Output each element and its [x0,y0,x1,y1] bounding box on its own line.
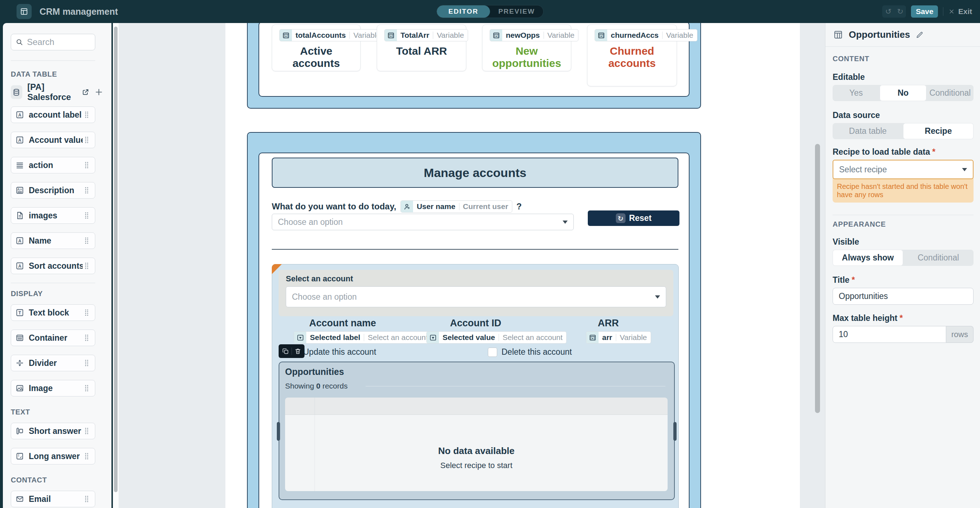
long-answer-icon [16,452,24,460]
tab-preview[interactable]: PREVIEW [490,5,543,18]
drag-handle-icon[interactable] [83,211,91,220]
app-title: CRM management [40,6,118,17]
component-item-long-answer[interactable]: Long answer [11,448,95,465]
chip-name: Selected value [439,333,499,342]
user-variable-chip[interactable]: User name Current user [401,200,512,212]
kpi-card-active-accounts[interactable]: totalAccounts Variable Active accounts [272,24,361,71]
drag-handle-icon[interactable] [83,384,91,393]
kpi-card-total-arr[interactable]: TotalArr Variable Total ARR [377,24,466,71]
drag-handle-icon[interactable] [83,308,91,317]
redo-icon[interactable]: ↻ [894,7,906,16]
sidebar-divider [11,283,95,283]
add-field-button[interactable] [94,88,103,97]
sidebar-divider [11,61,95,61]
account-form-container[interactable]: Select an account Choose an option Accou… [272,264,679,508]
select-placeholder: Choose an option [278,217,343,227]
checkbox-label: Update this account [303,347,376,357]
undo-icon[interactable]: ↺ [882,7,894,16]
contact-list: Email [11,491,111,507]
search-input[interactable] [27,37,91,47]
component-item-image[interactable]: Image [11,380,95,396]
data-source-row[interactable]: [PA] Salesforce [11,84,103,100]
resize-handle-right[interactable] [673,422,676,441]
variable-chip[interactable]: churnedAccs Variable [595,29,697,42]
search-box[interactable] [11,34,95,50]
selected-value-chip[interactable]: Selected value Select an account [426,331,566,343]
kpi-container[interactable]: totalAccounts Variable Active accounts T… [247,23,701,109]
component-item-email[interactable]: Email [11,491,95,507]
table-body: No data available Select recipe to start [285,415,668,491]
text-field-icon [16,136,24,144]
delete-account-checkbox-group[interactable]: Delete this account [488,347,572,357]
chevron-down-icon [563,220,568,224]
drag-handle-icon[interactable] [83,236,91,245]
variable-chip[interactable]: TotalArr Variable [384,29,468,42]
sidebar-scrollbar-thumb[interactable] [114,27,118,492]
manage-accounts-banner[interactable]: Manage accounts [272,158,678,188]
drag-handle-icon[interactable] [83,452,91,460]
visible-option-conditional[interactable]: Conditional [903,250,974,266]
drag-handle-icon[interactable] [83,495,91,503]
kpi-card-churned-accounts[interactable]: churnedAccs Variable Churned accounts [587,24,677,86]
field-item-images[interactable]: images [11,207,95,224]
manage-accounts-container[interactable]: Manage accounts What do you want to do t… [247,132,701,508]
field-item-action[interactable]: action [11,157,95,173]
checkbox[interactable] [488,348,497,357]
visible-toggle: Always show Conditional [833,250,974,266]
variable-icon [490,29,502,42]
editable-option-yes[interactable]: Yes [833,85,880,101]
appearance-section-heading: APPEARANCE [833,220,974,228]
exit-button[interactable]: Exit [948,7,972,16]
arr-variable-chip[interactable]: arr Variable [586,331,651,343]
component-label: Short answer [29,427,81,436]
tab-editor[interactable]: EDITOR [437,5,490,18]
reset-button[interactable]: ↻ Reset [588,211,679,226]
editable-option-conditional[interactable]: Conditional [926,85,974,101]
variable-name: totalAccounts [292,31,350,40]
action-select[interactable]: Choose an option [272,214,574,230]
image-icon [16,384,24,393]
duplicate-icon[interactable] [282,348,289,355]
drag-handle-icon[interactable] [83,334,91,342]
drag-handle-icon[interactable] [83,161,91,169]
component-item-short-answer[interactable]: Short answer [11,423,95,439]
kpi-title: Active accounts [272,45,360,69]
field-item-account-label[interactable]: account label [11,107,95,123]
field-item-description[interactable]: Description [11,182,95,199]
topbar-divider [943,7,943,16]
drag-handle-icon[interactable] [83,359,91,367]
component-item-container[interactable]: Container [11,329,95,346]
variable-chip[interactable]: totalAccounts Variable [279,29,385,42]
field-item-name[interactable]: Name [11,232,95,249]
canvas-scrollbar-thumb[interactable] [815,144,820,413]
variable-chip[interactable]: newOpps Variable [490,29,578,42]
recipe-select[interactable]: Select recipe [833,160,974,179]
save-button[interactable]: Save [911,5,938,18]
data-source-option-recipe[interactable]: Recipe [903,123,974,139]
title-input[interactable] [833,288,974,305]
resize-handle-left[interactable] [277,422,280,441]
selected-label-chip[interactable]: Selected label Select an account [294,331,432,343]
trash-icon[interactable] [294,348,301,355]
data-source-option-data-table[interactable]: Data table [833,123,903,139]
field-item-account-value[interactable]: Account value [11,132,95,148]
drag-handle-icon[interactable] [83,110,91,119]
kpi-title: Churned accounts [587,45,676,69]
max-height-input[interactable] [833,326,946,343]
opportunities-table-component[interactable]: Opportunities Showing 0 records No da [278,361,675,500]
drag-handle-icon[interactable] [83,186,91,195]
component-item-divider[interactable]: Divider [11,355,95,371]
drag-handle-icon[interactable] [83,262,91,270]
kpi-card-new-opportunities[interactable]: newOpps Variable New opportunities [482,24,571,71]
drag-handle-icon[interactable] [83,136,91,144]
field-item-sort-accounts[interactable]: Sort accounts a... [11,257,95,274]
account-select[interactable]: Choose an option [286,286,666,307]
editable-option-no[interactable]: No [880,85,927,101]
pencil-icon[interactable] [916,31,924,39]
drag-handle-icon[interactable] [83,427,91,435]
topbar-actions: ↺ ↻ Save Exit [882,5,972,18]
section-heading-text: TEXT [11,408,111,416]
variable-icon [385,29,397,42]
visible-option-always-show[interactable]: Always show [833,250,903,266]
component-item-text-block[interactable]: Text block [11,304,95,321]
